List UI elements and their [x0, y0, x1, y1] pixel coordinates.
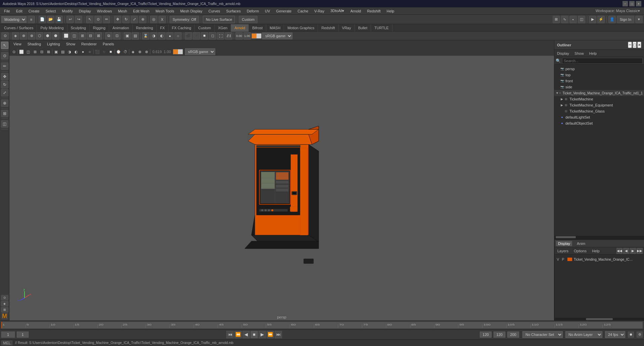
lower-nav-2[interactable]: ◀ [623, 248, 629, 254]
paint-mode-btn[interactable]: ✏ [1, 62, 8, 70]
menu-create[interactable]: Create [26, 8, 42, 14]
lasso-btn[interactable]: ⊙ [94, 16, 102, 23]
tree-item-persp[interactable]: 📷 persp [554, 66, 644, 72]
open-btn[interactable]: 📂 [47, 16, 54, 23]
rotate-btn[interactable]: ↻ [122, 16, 130, 23]
menu-arnold[interactable]: Arnold [348, 8, 364, 14]
vp-tb-13[interactable]: ⬛ [94, 49, 100, 55]
vp-menu-lighting[interactable]: Lighting [44, 42, 63, 46]
snap-btn[interactable]: ⊞ [1, 110, 8, 117]
play-fwd-btn[interactable]: ▶ [259, 331, 266, 338]
tab-motion-graphics[interactable]: Motion Graphics [284, 24, 318, 32]
soft-sel-btn[interactable]: ◎ [150, 16, 157, 23]
max-frame-input[interactable] [494, 332, 505, 338]
maximize-button[interactable]: □ [629, 1, 635, 6]
redo-btn[interactable]: ↪ [75, 16, 82, 23]
tab-mash[interactable]: MASH [266, 24, 284, 32]
no-live-surface-btn[interactable]: No Live Surface [203, 16, 235, 23]
icon-tb-17[interactable]: ⌛ [142, 32, 149, 40]
snap-view-btn[interactable]: ◫ [578, 16, 585, 23]
lower-nav-3[interactable]: ▶ [630, 248, 636, 254]
vp-tb-snap2[interactable]: ⏱ [122, 49, 128, 55]
expand-main-group[interactable]: ▼ [556, 91, 559, 95]
icon-tb-7[interactable]: ⬣ [52, 32, 59, 40]
step-fwd-btn[interactable]: ⏩ [267, 331, 274, 338]
lower-nav-4[interactable]: ▶▶ [637, 248, 643, 254]
menu-display[interactable]: Display [76, 8, 94, 14]
outliner-menu-display[interactable]: Display [556, 51, 570, 56]
icon-tb-15[interactable]: ▣ [124, 32, 131, 40]
vp-tb-5[interactable]: ⊟ [39, 49, 45, 55]
auto-key-btn[interactable]: ⏺ [628, 332, 634, 338]
select-mode-btn[interactable]: ↖ [1, 42, 8, 49]
icon-tb-25[interactable]: ◻ [209, 32, 216, 40]
go-to-end-btn[interactable]: ⏭ [275, 331, 282, 338]
show-manip-btn[interactable]: ⊕ [1, 99, 8, 107]
vp-menu-panels[interactable]: Panels [100, 42, 117, 46]
menu-select[interactable]: Select [43, 8, 59, 14]
icon-tb-6[interactable]: ⬢ [44, 32, 51, 40]
left-display-2[interactable]: ◈ [1, 301, 8, 306]
menu-curves[interactable]: Curves [206, 8, 223, 14]
vp-tb-18[interactable]: ⊗ [143, 49, 149, 55]
search-input[interactable] [562, 58, 643, 64]
fps-dropdown[interactable]: 24 fps [605, 331, 625, 338]
toolbar-btn-1[interactable]: ≡ [28, 16, 35, 23]
tree-item-top[interactable]: 📷 top [554, 72, 644, 78]
tab-redshift[interactable]: Redshift [318, 24, 338, 32]
icon-tb-19[interactable]: ◐ [158, 32, 166, 40]
outliner-close[interactable]: × [637, 42, 641, 48]
vp-menu-view[interactable]: View [11, 42, 24, 46]
outliner-maximize[interactable]: □ [633, 42, 637, 48]
go-to-start-btn[interactable]: ⏮ [226, 331, 234, 338]
tab-bullet[interactable]: Bullet [355, 24, 371, 32]
tab-fx[interactable]: FX [157, 24, 169, 32]
left-display-3[interactable]: ⊞ [1, 307, 8, 312]
menu-surfaces[interactable]: Surfaces [224, 8, 243, 14]
tab-bifrost[interactable]: Bifrost [249, 24, 266, 32]
region-btn[interactable]: ◫ [1, 120, 8, 128]
outliner-minimize[interactable]: − [628, 42, 632, 48]
icon-tb-20[interactable]: ● [166, 32, 174, 40]
lower-menu-layers[interactable]: Layers [556, 248, 570, 254]
icon-tb-9[interactable]: ◫ [71, 32, 78, 40]
snap-grid-btn[interactable]: ⊞ [553, 16, 560, 23]
icon-tb-22[interactable]: ⬛ [185, 32, 192, 40]
tab-display[interactable]: Display [556, 241, 572, 246]
tab-animation[interactable]: Animation [109, 24, 133, 32]
tab-turtle[interactable]: TURTLE [371, 24, 393, 32]
vp-menu-shading[interactable]: Shading [25, 42, 44, 46]
expand-lightset[interactable] [556, 115, 560, 119]
snap-point-btn[interactable]: • [569, 16, 577, 23]
outliner-menu-help[interactable]: Help [588, 51, 598, 56]
scale-btn[interactable]: ⤢ [131, 16, 138, 23]
vp-color-swatch[interactable] [173, 49, 183, 54]
icon-tb-8[interactable]: ⬜ [62, 32, 70, 40]
vp-tb-3[interactable]: ◫ [25, 49, 31, 55]
mode-dropdown[interactable]: Modeling [1, 16, 27, 23]
icon-tb-14[interactable]: ⊡ [113, 32, 121, 40]
symmetry-btn[interactable]: Symmetry: Off [170, 16, 199, 23]
tree-item-main-group[interactable]: ▼ × Ticket_Vending_Machine_Orange_ICA_Tr… [554, 90, 644, 96]
tab-curves-surfaces[interactable]: Curves / Surfaces [1, 24, 37, 32]
rotate-mode-btn[interactable]: ↻ [1, 81, 8, 88]
vp-menu-renderer[interactable]: Renderer [79, 42, 99, 46]
tab-fx-caching[interactable]: FX Caching [169, 24, 195, 32]
close-button[interactable]: × [636, 1, 641, 6]
vp-tb-6[interactable]: ⊠ [45, 49, 51, 55]
vp-tb-4[interactable]: ⊞ [32, 49, 38, 55]
lower-nav-1[interactable]: ◀◀ [616, 248, 623, 254]
step-back-btn[interactable]: ⏪ [234, 331, 242, 338]
tab-poly-modeling[interactable]: Poly Modeling [37, 24, 67, 32]
icon-tb-5[interactable]: ⬡ [36, 32, 43, 40]
menu-cache[interactable]: Cache [295, 8, 311, 14]
menu-generate[interactable]: Generate [273, 8, 294, 14]
tab-sculpting[interactable]: Sculpting [67, 24, 90, 32]
lasso-mode-btn[interactable]: ⊙ [1, 52, 8, 59]
vp-menu-show[interactable]: Show [63, 42, 78, 46]
menu-vray[interactable]: V-Ray [312, 8, 327, 14]
universal-manip-btn[interactable]: ⊕ [139, 16, 146, 23]
current-frame-input[interactable] [1, 332, 15, 338]
menu-mesh-display[interactable]: Mesh Display [178, 8, 205, 14]
gamma-dropdown[interactable]: sRGB gamma [262, 33, 292, 39]
